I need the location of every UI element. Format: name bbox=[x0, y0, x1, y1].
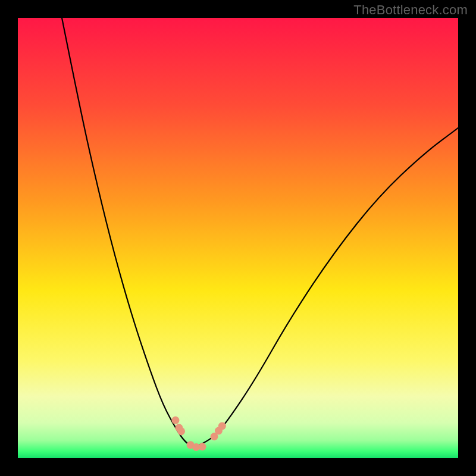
marker-dot bbox=[199, 443, 206, 450]
marker-dot bbox=[218, 422, 226, 430]
watermark-text: TheBottleneck.com bbox=[353, 2, 468, 18]
plot-area bbox=[18, 18, 458, 458]
marker-dot bbox=[171, 416, 179, 424]
gradient-background bbox=[18, 18, 458, 458]
chart-stage: TheBottleneck.com bbox=[0, 0, 476, 476]
chart-svg bbox=[18, 18, 458, 458]
marker-dot bbox=[177, 427, 185, 435]
